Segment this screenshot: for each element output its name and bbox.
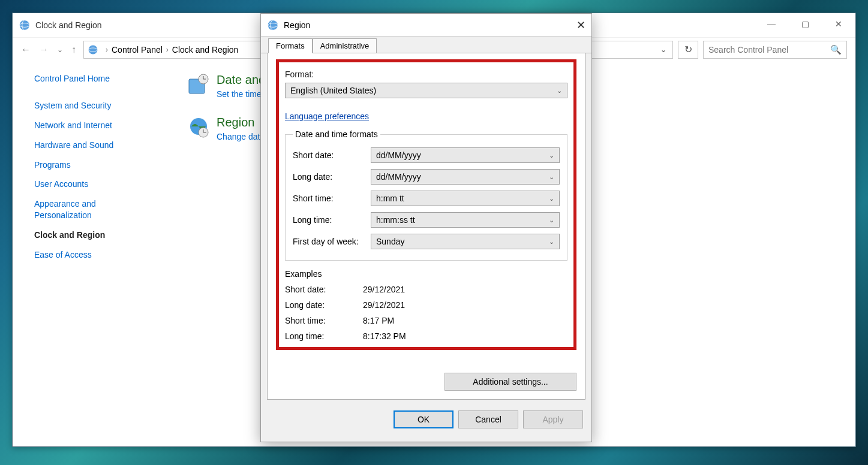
additional-settings-button[interactable]: Additional settings... [444, 373, 576, 391]
tab-administrative[interactable]: Administrative [313, 38, 377, 53]
long-time-combo[interactable]: h:mm:ss tt⌄ [371, 212, 560, 228]
date-time-formats-group: Date and time formats Short date: dd/MM/… [285, 129, 567, 261]
category-region-link[interactable]: Change date [217, 132, 265, 141]
ok-button[interactable]: OK [394, 410, 453, 428]
dialog-title: Region [284, 20, 310, 30]
short-time-combo[interactable]: h:mm tt⌄ [371, 191, 560, 206]
long-time-label: Long time: [293, 215, 371, 225]
long-date-combo[interactable]: dd/MM/yyyy⌄ [371, 169, 560, 185]
region-icon [19, 19, 31, 31]
first-day-combo[interactable]: Sunday⌄ [371, 234, 560, 249]
examples-heading: Examples [285, 269, 567, 279]
search-box[interactable]: 🔍 [703, 41, 847, 59]
chevron-down-icon: ⌄ [557, 87, 562, 95]
short-time-label: Short time: [293, 194, 371, 203]
format-label: Format: [285, 70, 567, 79]
sidebar-item-hardware[interactable]: Hardware and Sound [34, 140, 169, 151]
sidebar-item-ease[interactable]: Ease of Access [34, 249, 169, 261]
chevron-down-icon: ⌄ [549, 195, 554, 203]
chevron-down-icon: ⌄ [549, 152, 554, 159]
chevron-down-icon: ⌄ [549, 173, 554, 181]
breadcrumb-item[interactable]: Control Panel [112, 45, 163, 55]
format-combo[interactable]: English (United States) ⌄ [285, 83, 567, 98]
cancel-button[interactable]: Cancel [458, 410, 518, 428]
minimize-button[interactable]: — [755, 13, 788, 35]
sidebar-item-home[interactable]: Control Panel Home [34, 73, 169, 84]
ex-long-time-value: 8:17:32 PM [363, 331, 406, 341]
chevron-down-icon: ⌄ [549, 216, 554, 224]
up-icon[interactable]: ↑ [71, 44, 76, 55]
ex-short-time-value: 8:17 PM [363, 316, 394, 325]
datetime-icon [187, 73, 211, 97]
first-day-label: First day of week: [293, 237, 371, 246]
dialog-close-button[interactable]: ✕ [576, 19, 585, 32]
ex-short-date-label: Short date: [285, 285, 363, 294]
apply-button[interactable]: Apply [523, 410, 583, 428]
region-icon [267, 19, 279, 31]
dt-legend: Date and time formats [293, 129, 380, 139]
ex-short-time-label: Short time: [285, 316, 363, 325]
breadcrumb-icon [88, 44, 98, 55]
language-preferences-link[interactable]: Language preferences [285, 111, 369, 121]
category-datetime-link[interactable]: Set the time [217, 89, 265, 99]
search-input[interactable] [708, 45, 830, 55]
forward-icon[interactable]: → [39, 44, 49, 55]
ex-long-date-label: Long date: [285, 300, 363, 310]
maximize-button[interactable]: ▢ [788, 13, 822, 35]
sidebar-item-clock-region[interactable]: Clock and Region [34, 230, 169, 241]
window-title: Clock and Region [35, 20, 102, 30]
category-region-title[interactable]: Region [217, 116, 265, 129]
ex-long-time-label: Long time: [285, 331, 363, 341]
sidebar-item-system[interactable]: System and Security [34, 100, 169, 111]
short-date-label: Short date: [293, 150, 371, 160]
dialog-title-bar: Region ✕ [261, 14, 591, 37]
sidebar-item-network[interactable]: Network and Internet [34, 120, 169, 131]
ex-short-date-value: 29/12/2021 [363, 285, 405, 294]
close-button[interactable]: ✕ [822, 13, 855, 35]
history-chevron-icon[interactable]: ⌄ [57, 46, 63, 54]
svg-point-2 [89, 45, 98, 54]
format-value: English (United States) [290, 86, 376, 95]
chevron-right-icon: › [166, 46, 169, 54]
chevron-down-icon: ⌄ [549, 238, 554, 246]
long-date-label: Long date: [293, 172, 371, 182]
sidebar: Control Panel Home System and Security N… [13, 73, 169, 269]
chevron-down-icon[interactable]: ⌄ [654, 46, 672, 54]
highlighted-region: Format: English (United States) ⌄ Langua… [276, 59, 576, 350]
region-globe-icon [187, 116, 211, 140]
tab-content: Format: English (United States) ⌄ Langua… [267, 53, 585, 400]
refresh-button[interactable]: ↻ [678, 41, 698, 59]
category-datetime-title[interactable]: Date and [217, 73, 265, 87]
sidebar-item-programs[interactable]: Programs [34, 159, 169, 171]
main-content: Date and Set the time Region Change date [169, 73, 265, 269]
short-date-combo[interactable]: dd/MM/yyyy⌄ [371, 147, 560, 163]
tab-formats[interactable]: Formats [268, 38, 313, 53]
ex-long-date-value: 29/12/2021 [363, 300, 405, 310]
search-icon[interactable]: 🔍 [830, 44, 842, 55]
breadcrumb-item[interactable]: Clock and Region [172, 45, 239, 55]
sidebar-item-appearance[interactable]: Appearance and Personalization [34, 198, 130, 221]
sidebar-item-users[interactable]: User Accounts [34, 179, 169, 190]
tabs: Formats Administrative [261, 37, 591, 53]
region-dialog: Region ✕ Formats Administrative Format: … [260, 13, 592, 442]
back-icon[interactable]: ← [21, 44, 31, 55]
chevron-right-icon: › [106, 46, 108, 54]
